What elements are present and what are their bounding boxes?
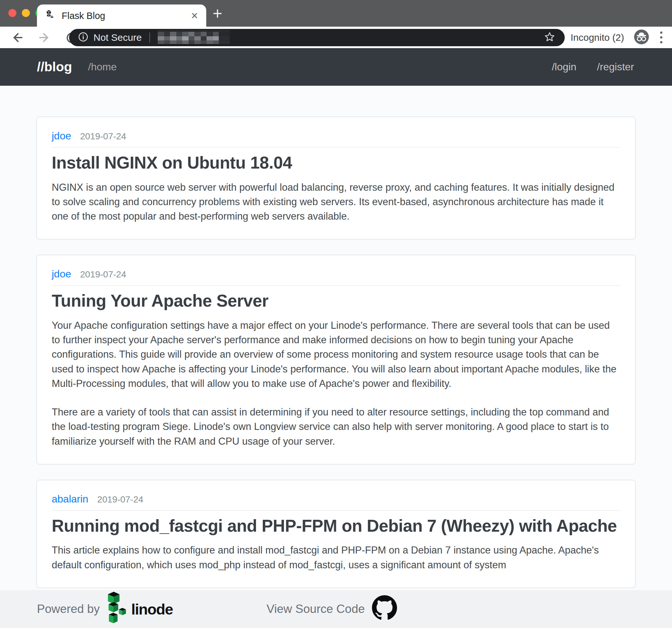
post-divider <box>52 510 620 511</box>
browser-tab[interactable]: Flask Blog × <box>37 4 206 27</box>
browser-titlebar: Flask Blog × + <box>0 0 672 27</box>
browser-menu-icon[interactable] <box>659 30 664 45</box>
minimize-window-button[interactable] <box>22 9 30 17</box>
post-date: 2019-07-24 <box>80 131 126 142</box>
github-logo-icon <box>372 595 397 623</box>
address-bar[interactable]: Not Secure <box>69 29 565 46</box>
post-paragraph: There are a variety of tools that can as… <box>52 405 620 449</box>
bookmark-star-icon[interactable] <box>544 31 556 44</box>
favicon-linode-icon <box>45 10 54 22</box>
close-window-button[interactable] <box>8 9 16 17</box>
post-divider <box>52 147 620 148</box>
incognito-badge-icon <box>634 29 649 46</box>
post-title: Install NGINX on Ubuntu 18.04 <box>52 153 620 173</box>
blog-post-list: jdoe 2019-07-24 Install NGINX on Ubuntu … <box>0 86 672 590</box>
back-icon[interactable] <box>10 30 24 45</box>
redacted-url-blur <box>158 30 230 45</box>
linode-wordmark: linode <box>131 600 172 618</box>
linode-logo-icon <box>104 592 127 627</box>
info-icon[interactable] <box>78 32 88 43</box>
post-card: jdoe 2019-07-24 Tuning Your Apache Serve… <box>36 255 636 464</box>
omnibox-divider <box>149 32 150 43</box>
security-label: Not Secure <box>94 32 142 43</box>
post-date: 2019-07-24 <box>97 495 143 505</box>
site-navbar: //blog /home /login /register <box>0 48 672 86</box>
post-paragraph: Your Apache configuration settings have … <box>52 318 620 391</box>
tab-close-icon[interactable]: × <box>191 10 198 22</box>
post-author-link[interactable]: jdoe <box>52 268 71 280</box>
new-tab-button[interactable]: + <box>213 5 222 22</box>
powered-by-label: Powered by <box>37 602 100 616</box>
post-author-link[interactable]: abalarin <box>52 493 88 505</box>
nav-link-login[interactable]: /login <box>552 61 577 73</box>
view-source-label: View Source Code <box>267 602 365 616</box>
post-author-link[interactable]: jdoe <box>52 130 71 142</box>
navbar-brand[interactable]: //blog <box>37 59 72 74</box>
forward-icon[interactable] <box>37 30 52 45</box>
post-paragraph: NGINX is an open source web server with … <box>52 180 620 224</box>
post-card: abalarin 2019-07-24 Running mod_fastcgi … <box>36 480 636 588</box>
tab-title: Flask Blog <box>62 10 191 21</box>
view-source-link[interactable]: View Source Code <box>267 595 397 623</box>
post-date: 2019-07-24 <box>80 269 126 280</box>
post-paragraph: This article explains how to configure a… <box>52 543 620 572</box>
nav-link-register[interactable]: /register <box>597 61 634 73</box>
browser-toolbar: Not Secure Incognito (2) <box>0 27 672 48</box>
post-divider <box>52 285 620 286</box>
post-title: Running mod_fastcgi and PHP-FPM on Debia… <box>52 516 620 536</box>
linode-link[interactable]: linode <box>104 592 172 627</box>
incognito-count-label: Incognito (2) <box>571 32 624 43</box>
post-title: Tuning Your Apache Server <box>52 291 620 311</box>
nav-link-home[interactable]: /home <box>88 61 117 73</box>
post-card: jdoe 2019-07-24 Install NGINX on Ubuntu … <box>36 117 636 240</box>
page-footer: Powered by linode <box>0 590 672 628</box>
